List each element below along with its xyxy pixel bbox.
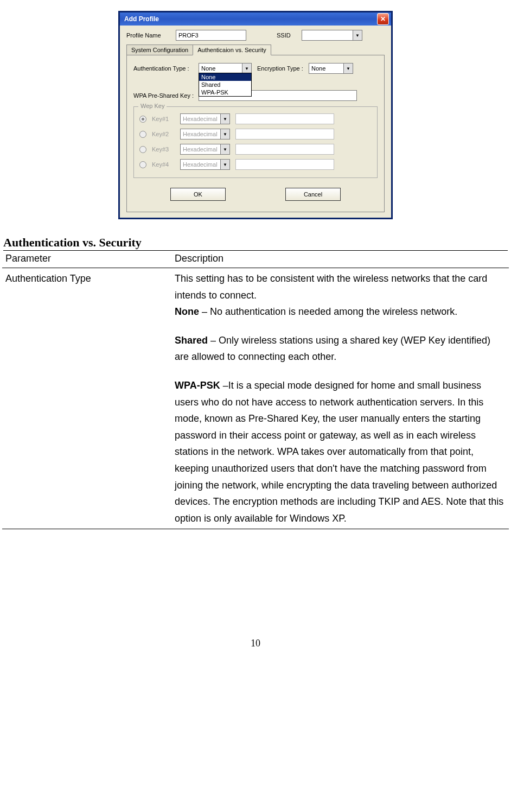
ok-button[interactable]: OK (170, 188, 226, 201)
section-heading: Authentication vs. Security (3, 236, 508, 251)
page-number: 10 (0, 638, 511, 649)
auth-option-none[interactable]: None (199, 73, 251, 81)
opt-wpapsk: WPA-PSK (175, 380, 220, 391)
opt-none: None (175, 306, 199, 317)
ssid-label: SSID (277, 32, 298, 39)
opt-wpapsk-text: –It is a special mode designed for home … (175, 380, 503, 524)
opt-none-text: – No authentication is needed among the … (199, 306, 457, 317)
wep-key4-radio[interactable] (139, 161, 146, 168)
chevron-down-icon[interactable]: ▼ (242, 64, 251, 73)
wep-key3-radio[interactable] (139, 146, 146, 153)
opt-shared-text: – Only wireless stations using a shared … (175, 335, 490, 363)
wpa-psk-label: WPA Pre-Shared Key : (133, 92, 199, 99)
ssid-value (302, 30, 353, 40)
tab-panel: Authentication Type : None ▼ None Shared… (126, 55, 385, 212)
enc-type-combo[interactable]: None ▼ (309, 63, 353, 74)
col-parameter: Parameter (2, 251, 171, 268)
wep-key3-label: Key#3 (152, 146, 175, 153)
param-description: This setting has to be consistent with t… (171, 268, 509, 529)
wep-key2-label: Key#2 (152, 131, 175, 137)
tab-system-configuration[interactable]: System Configuration (126, 45, 193, 55)
wep-key2-format[interactable]: Hexadecimal▼ (180, 129, 230, 139)
auth-type-label: Authentication Type : (133, 65, 199, 72)
table-row: Authentication Type This setting has to … (2, 268, 509, 529)
auth-type-value: None (199, 64, 242, 73)
wep-key1-label: Key#1 (152, 116, 175, 122)
tab-auth-security[interactable]: Authenticaion vs. Security (193, 45, 271, 55)
enc-type-label: Encryption Type : (257, 65, 309, 72)
parameter-table: Parameter Description Authentication Typ… (2, 251, 509, 529)
wep-key3-format[interactable]: Hexadecimal▼ (180, 144, 230, 155)
auth-type-dropdown: None Shared WPA-PSK (199, 73, 252, 97)
param-name: Authentication Type (2, 268, 171, 529)
auth-option-wpapsk[interactable]: WPA-PSK (199, 88, 251, 96)
wep-key1-input[interactable] (235, 113, 334, 124)
wep-key2-input[interactable] (235, 129, 334, 139)
wep-key4-format[interactable]: Hexadecimal▼ (180, 159, 230, 170)
chevron-down-icon[interactable]: ▼ (353, 30, 362, 40)
wep-key4-label: Key#4 (152, 161, 175, 168)
auth-option-shared[interactable]: Shared (199, 81, 251, 88)
chevron-down-icon[interactable]: ▼ (220, 114, 229, 124)
window-title: Add Profile (124, 15, 159, 23)
close-icon[interactable]: ✕ (377, 13, 389, 25)
wep-key2-radio[interactable] (139, 131, 146, 138)
wep-key3-input[interactable] (235, 144, 334, 155)
opt-shared: Shared (175, 335, 208, 346)
enc-type-value: None (309, 64, 343, 73)
wep-key1-format[interactable]: Hexadecimal▼ (180, 113, 230, 124)
auth-type-combo[interactable]: None ▼ (199, 63, 252, 74)
chevron-down-icon[interactable]: ▼ (220, 144, 229, 154)
wep-key-group: Wep Key Key#1 Hexadecimal▼ Key#2 Hexadec… (133, 106, 378, 178)
chevron-down-icon[interactable]: ▼ (343, 64, 353, 73)
wep-key4-input[interactable] (235, 159, 334, 170)
title-bar: Add Profile ✕ (120, 12, 391, 26)
desc-intro: This setting has to be consistent with t… (175, 270, 506, 303)
chevron-down-icon[interactable]: ▼ (220, 129, 229, 139)
wep-key-group-title: Wep Key (138, 103, 167, 109)
col-description: Description (171, 251, 509, 268)
wep-key1-radio[interactable] (139, 116, 146, 123)
add-profile-dialog: Add Profile ✕ Profile Name PROF3 SSID ▼ … (118, 11, 393, 219)
chevron-down-icon[interactable]: ▼ (220, 160, 229, 169)
profile-name-input[interactable]: PROF3 (176, 30, 246, 41)
ssid-combo[interactable]: ▼ (302, 30, 362, 41)
profile-name-label: Profile Name (126, 32, 173, 39)
cancel-button[interactable]: Cancel (285, 188, 341, 201)
